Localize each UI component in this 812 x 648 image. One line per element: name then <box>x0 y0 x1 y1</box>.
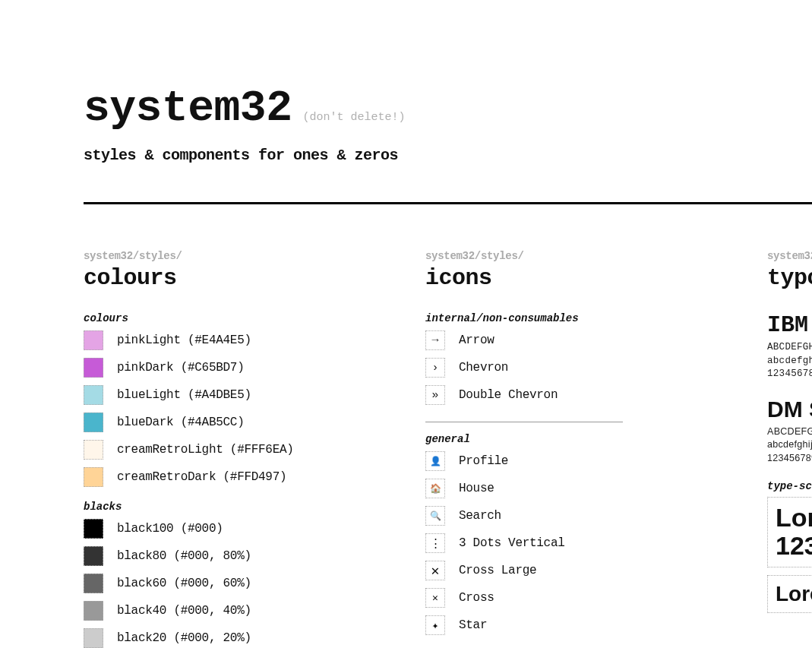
typography-section: system32/styles/ typography IBM Plex Mon… <box>767 250 812 648</box>
search-icon: 🔍 <box>425 506 445 526</box>
icon-item: 👤 Profile <box>425 451 653 471</box>
icon-label: House <box>459 482 494 495</box>
chevron-icon: › <box>425 358 445 378</box>
colour-item: black80 (#000, 80%) <box>84 546 311 566</box>
type-scale-sample: Lorem Ipsum 1234567890 <box>767 497 812 567</box>
sample-lowercase: abcdefghijklmnopqrstuvwxyz <box>767 355 812 368</box>
section-title-typography: typography <box>767 265 812 291</box>
breadcrumb: system32/styles/ <box>84 250 311 262</box>
scale-sample-text: Lorem Ipsum <box>776 582 812 606</box>
icon-label: 3 Dots Vertical <box>459 536 565 550</box>
icons-section: system32/styles/ icons internal/non-cons… <box>425 250 653 648</box>
profile-icon: 👤 <box>425 451 445 471</box>
swatch-pinklight <box>84 330 103 350</box>
group-label: colours <box>84 312 311 324</box>
icon-label: Star <box>459 618 487 632</box>
arrow-icon: → <box>425 330 445 350</box>
colour-item: creamRetroDark (#FFD497) <box>84 467 311 487</box>
group-label: internal/non-consumables <box>425 312 653 324</box>
type-scale-label: type-scale (typeface independent) <box>767 480 812 492</box>
type-scale-sample: Lorem Ipsum <box>767 575 812 613</box>
typeface-name: IBM Plex Mono <box>767 312 812 338</box>
swatch-label: pinkDark (#C65BD7) <box>117 361 244 375</box>
icon-item: 🏠 House <box>425 479 653 498</box>
icon-label: Chevron <box>459 361 508 375</box>
swatch-creamdark <box>84 467 103 487</box>
typeface-block: DM Sans ABCDEFGHIJKLMNOPQRSTUVWXYZ abcde… <box>767 397 812 466</box>
icon-item: ✕ Cross Large <box>425 561 653 580</box>
swatch-label: black40 (#000, 40%) <box>117 604 251 618</box>
cross-icon: ✕ <box>425 588 445 608</box>
icon-item: ✦ Star <box>425 615 653 635</box>
section-title-icons: icons <box>425 265 653 291</box>
three-dots-vertical-icon: ⋮ <box>425 533 445 553</box>
swatch-black100 <box>84 519 103 539</box>
swatch-black60 <box>84 574 103 593</box>
icon-item: ⋮ 3 Dots Vertical <box>425 533 653 553</box>
typeface-name: DM Sans <box>767 397 812 422</box>
colour-item: blueDark (#4AB5CC) <box>84 413 311 432</box>
page-title: system32 <box>84 84 292 133</box>
colour-item: pinkLight (#E4A4E5) <box>84 330 311 350</box>
colour-item: pinkDark (#C65BD7) <box>84 358 311 378</box>
divider <box>425 422 623 422</box>
colours-section: system32/styles/ colours colours pinkLig… <box>84 250 311 648</box>
breadcrumb: system32/styles/ <box>425 250 653 262</box>
icon-item: › Chevron <box>425 358 653 378</box>
typeface-block: IBM Plex Mono ABCDEFGHIJKLMNOPQRSTUVWXYZ… <box>767 312 812 381</box>
sample-uppercase: ABCDEFGHIJKLMNOPQRSTUVWXYZ <box>767 341 812 355</box>
double-chevron-icon: » <box>425 385 445 405</box>
swatch-creamlight <box>84 440 103 460</box>
swatch-black20 <box>84 628 103 648</box>
icon-label: Cross Large <box>459 564 536 577</box>
swatch-label: black100 (#000) <box>117 522 223 536</box>
breadcrumb: system32/styles/ <box>767 250 812 262</box>
icon-item: ✕ Cross <box>425 588 653 608</box>
house-icon: 🏠 <box>425 479 445 498</box>
icon-item: » Double Chevron <box>425 385 653 405</box>
swatch-label: blueLight (#A4DBE5) <box>117 388 251 402</box>
swatch-bluelight <box>84 385 103 405</box>
group-label: blacks <box>84 501 311 513</box>
sample-uppercase: ABCDEFGHIJKLMNOPQRSTUVWXYZ <box>767 425 812 439</box>
icon-item: → Arrow <box>425 330 653 350</box>
group-label: general <box>425 433 653 445</box>
section-title-colours: colours <box>84 265 311 291</box>
colour-item: black40 (#000, 40%) <box>84 601 311 621</box>
sample-digits: 1234567890 <box>767 368 812 381</box>
scale-sample-digits: 1234567890 <box>776 532 812 560</box>
icon-label: Arrow <box>459 333 494 347</box>
sample-lowercase: abcdefghijklmnopqrstuvwxyz <box>767 438 812 452</box>
swatch-label: creamRetroDark (#FFD497) <box>117 470 286 484</box>
colour-item: creamRetroLight (#FFF6EA) <box>84 440 311 460</box>
icon-label: Search <box>459 509 501 523</box>
icon-label: Cross <box>459 591 494 605</box>
swatch-label: black20 (#000, 20%) <box>117 631 251 645</box>
scale-sample-text: Lorem Ipsum <box>776 504 812 532</box>
colour-item: black20 (#000, 20%) <box>84 628 311 648</box>
divider <box>84 202 812 204</box>
swatch-bluedark <box>84 413 103 432</box>
subtitle: styles & components for ones & zeros <box>84 147 812 164</box>
icon-label: Double Chevron <box>459 388 558 402</box>
icon-item: 🔍 Search <box>425 506 653 526</box>
icon-label: Profile <box>459 454 508 468</box>
swatch-label: pinkLight (#E4A4E5) <box>117 333 251 347</box>
swatch-label: blueDark (#4AB5CC) <box>117 416 244 429</box>
swatch-black80 <box>84 546 103 566</box>
swatch-label: black60 (#000, 60%) <box>117 577 251 590</box>
swatch-label: black80 (#000, 80%) <box>117 549 251 563</box>
star-icon: ✦ <box>425 615 445 635</box>
swatch-black40 <box>84 601 103 621</box>
colour-item: blueLight (#A4DBE5) <box>84 385 311 405</box>
sample-digits: 1234567890 <box>767 452 812 466</box>
swatch-label: creamRetroLight (#FFF6EA) <box>117 443 294 457</box>
cross-large-icon: ✕ <box>425 561 445 580</box>
swatch-pinkdark <box>84 358 103 378</box>
colour-item: black60 (#000, 60%) <box>84 574 311 593</box>
colour-item: black100 (#000) <box>84 519 311 539</box>
title-note: (don't delete!) <box>302 111 405 124</box>
